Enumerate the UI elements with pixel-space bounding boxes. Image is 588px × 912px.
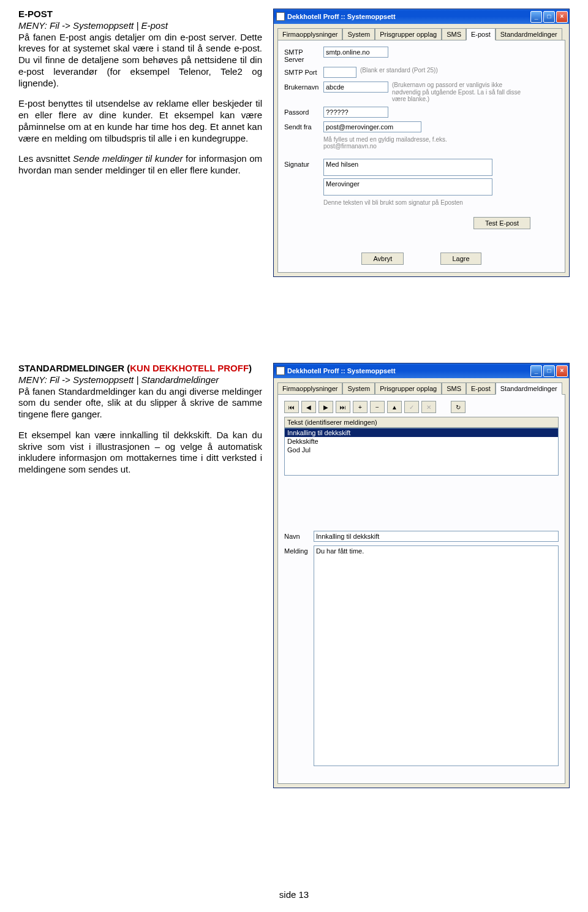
- window-title: Dekkhotell Proff :: Systemoppsett: [287, 13, 530, 20]
- sig-line2[interactable]: Merovinger: [323, 178, 492, 196]
- nav-delete-icon[interactable]: −: [370, 401, 385, 413]
- window-standardmeldinger: Dekkhotell Proff :: Systemoppsett _ □ × …: [273, 363, 570, 788]
- tab2-standardmeldinger[interactable]: Standardmeldinger: [496, 382, 562, 395]
- window-epost: Dekkhotell Proff :: Systemoppsett _ □ × …: [273, 9, 570, 277]
- section2-menu: MENY: Fil -> Systemoppsett | Standardmel…: [18, 374, 219, 385]
- tab-firma[interactable]: Firmaopplysninger: [277, 28, 342, 40]
- label-from: Sendt fra: [284, 121, 323, 131]
- save-button[interactable]: Lagre: [440, 253, 481, 265]
- tab2-sms[interactable]: SMS: [442, 382, 466, 395]
- pass-input[interactable]: [323, 107, 388, 118]
- app-icon: [276, 12, 285, 21]
- nav-refresh-icon[interactable]: ↻: [451, 401, 466, 413]
- label-smtp-port: SMTP Port: [284, 67, 323, 76]
- tab-epost[interactable]: E-post: [466, 28, 496, 40]
- tab-strip-2: Firmaopplysninger System Prisgrupper opp…: [274, 378, 569, 394]
- test-epost-button[interactable]: Test E-post: [473, 217, 530, 229]
- label-smtp-server: SMTP Server: [284, 47, 323, 63]
- smtp-port-input[interactable]: [323, 67, 356, 78]
- message-list[interactable]: Innkalling til dekkskift Dekkskifte God …: [284, 428, 559, 476]
- section2-p1: På fanen Standardmeldinger kan du angi d…: [18, 386, 262, 420]
- section2-title-b: KUN DEKKHOTELL PROFF: [130, 363, 249, 373]
- titlebar-2[interactable]: Dekkhotell Proff :: Systemoppsett _ □ ×: [274, 363, 569, 378]
- close-button[interactable]: ×: [556, 11, 568, 23]
- section2-title-c: ): [249, 363, 252, 373]
- section2-title-a: STANDARDMELDINGER (: [18, 363, 130, 373]
- hint-port: (Blank er standard (Port 25)): [360, 67, 438, 74]
- nav-first-icon[interactable]: ⏮: [284, 401, 299, 413]
- section1-p3b: Sende meldinger til kunder: [73, 153, 183, 164]
- tab-sms[interactable]: SMS: [442, 28, 466, 40]
- smtp-server-input[interactable]: [323, 47, 388, 58]
- section1-menu: MENY: Fil -> Systemoppsett | E-post: [18, 20, 168, 31]
- melding-textarea[interactable]: Du har fått time.: [314, 545, 559, 766]
- label-signature: Signatur: [284, 159, 323, 168]
- list-item[interactable]: Innkalling til dekkskift: [285, 428, 558, 437]
- page-footer: side 13: [0, 889, 588, 900]
- section1-p3a: Les avsnittet: [18, 153, 73, 164]
- list-item[interactable]: Dekkskifte: [285, 437, 558, 446]
- tab2-epost[interactable]: E-post: [466, 382, 496, 395]
- nav-last-icon[interactable]: ⏭: [336, 401, 350, 413]
- user-input[interactable]: [323, 82, 388, 93]
- window-title-2: Dekkhotell Proff :: Systemoppsett: [287, 367, 530, 374]
- minimize-button[interactable]: _: [530, 11, 542, 23]
- label-melding: Melding: [284, 545, 314, 555]
- hint-user: (Brukernavn og passord er vanligvis ikke…: [392, 82, 527, 103]
- from-input[interactable]: [323, 121, 421, 132]
- record-navigator: ⏮ ◀ ▶ ⏭ + − ▲ ✓ ✕ ↻: [284, 401, 559, 413]
- sig-line1[interactable]: Med hilsen: [323, 159, 492, 176]
- minimize-button-2[interactable]: _: [530, 365, 542, 377]
- list-header: Tekst (identifiserer meldingen): [284, 417, 559, 428]
- label-user: Brukernavn: [284, 82, 323, 91]
- list-item[interactable]: God Jul: [285, 446, 558, 454]
- nav-next-icon[interactable]: ▶: [318, 401, 333, 413]
- nav-edit-icon[interactable]: ▲: [387, 401, 402, 413]
- app-icon-2: [276, 367, 285, 375]
- nav-cancel-icon[interactable]: ✕: [421, 401, 436, 413]
- tab-standardmeldinger[interactable]: Standardmeldinger: [496, 28, 562, 40]
- tab2-system[interactable]: System: [342, 382, 375, 395]
- nav-add-icon[interactable]: +: [353, 401, 368, 413]
- maximize-button[interactable]: □: [543, 11, 555, 23]
- label-pass: Passord: [284, 107, 323, 116]
- close-button-2[interactable]: ×: [556, 365, 568, 377]
- hint-from: Må fylles ut med en gyldig mailadresse, …: [323, 136, 483, 150]
- tab2-firma[interactable]: Firmaopplysninger: [277, 382, 342, 395]
- section1-title: E-POST: [18, 9, 53, 19]
- section1-p2: E-post benyttes til utsendelse av reklam…: [18, 98, 262, 144]
- navn-input[interactable]: [314, 531, 559, 542]
- section1-p1: På fanen E-post angis detaljer om din e-…: [18, 32, 262, 88]
- tab-system[interactable]: System: [342, 28, 375, 40]
- nav-prev-icon[interactable]: ◀: [301, 401, 316, 413]
- maximize-button-2[interactable]: □: [543, 365, 555, 377]
- label-navn: Navn: [284, 531, 314, 540]
- section2-p2: Et eksempel kan være innkalling til dekk…: [18, 430, 262, 476]
- titlebar[interactable]: Dekkhotell Proff :: Systemoppsett _ □ ×: [274, 9, 569, 24]
- nav-post-icon[interactable]: ✓: [404, 401, 419, 413]
- cancel-button[interactable]: Avbryt: [361, 253, 404, 265]
- tab-strip: Firmaopplysninger System Prisgrupper opp…: [274, 24, 569, 40]
- tab2-prisgrupper[interactable]: Prisgrupper opplag: [375, 382, 442, 395]
- tab-prisgrupper[interactable]: Prisgrupper opplag: [375, 28, 442, 40]
- hint-sig: Denne teksten vil bli brukt som signatur…: [323, 199, 483, 207]
